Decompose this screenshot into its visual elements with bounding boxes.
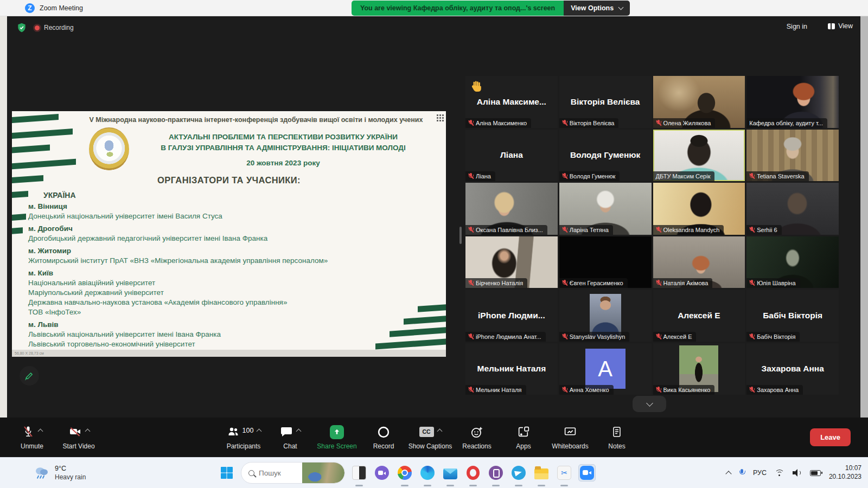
smiley-plus-icon — [470, 425, 484, 439]
search-icon — [248, 470, 254, 476]
participant-tile[interactable]: Oleksandra Mandych — [653, 183, 745, 235]
annotate-pencil-button[interactable] — [20, 366, 39, 386]
apps-button[interactable]: Apps — [500, 418, 547, 457]
reactions-button[interactable]: Reactions — [454, 418, 500, 457]
participant-tile[interactable]: A Анна Хоменко — [559, 343, 652, 395]
chevron-up-icon[interactable] — [296, 428, 302, 434]
participant-tile-active-speaker[interactable]: ДБТУ Максим Серік — [653, 130, 745, 182]
participant-name-tag: Вика Касьяненко — [653, 385, 715, 395]
record-button[interactable]: Record — [360, 418, 407, 457]
city-group: м. Київ Національний авіаційний універси… — [28, 268, 441, 317]
slide-scrollbar-thumb[interactable] — [459, 227, 462, 244]
participant-name-tag: Oleksandra Mandych — [653, 225, 724, 235]
start-button[interactable] — [218, 458, 235, 488]
recording-dot-icon — [35, 25, 40, 30]
participant-tile[interactable]: Володя Гуменюк Володя Гуменюк — [559, 130, 652, 182]
participants-button[interactable]: 100 Participants — [220, 418, 267, 457]
taskbar-clock[interactable]: 10:07 20.10.2023 — [829, 464, 861, 481]
mic-muted-icon — [468, 280, 474, 286]
participant-tile[interactable]: Олена Жилякова — [653, 76, 745, 128]
leave-button[interactable]: Leave — [810, 428, 851, 446]
mail-icon[interactable] — [442, 458, 459, 488]
participant-tile[interactable]: Кафедра обліку, аудиту т... — [746, 76, 839, 128]
windows-start-icon — [220, 466, 233, 479]
taskbar-center: ✂ — [218, 458, 596, 488]
snipping-tool-icon[interactable]: ✂ — [556, 458, 573, 488]
participant-tile[interactable]: Євген Герасименко — [559, 236, 652, 288]
mic-muted-icon — [656, 387, 661, 393]
organizers-list: м. Вінниця Донецький національний універ… — [28, 202, 441, 350]
battery-icon[interactable] — [810, 470, 821, 476]
viewing-banner: You are viewing Кафедра обліку, аудиту т… — [352, 1, 564, 16]
participant-tile[interactable]: Алексей Е Алексей Е — [653, 290, 745, 342]
scissors-icon: ✂ — [557, 466, 571, 480]
edge-icon[interactable] — [419, 458, 436, 488]
chevron-up-icon[interactable] — [38, 428, 43, 434]
chevron-up-icon[interactable] — [257, 428, 262, 434]
chevron-up-icon[interactable] — [85, 428, 90, 434]
view-options-button[interactable]: View Options — [564, 1, 630, 16]
search-input[interactable] — [259, 469, 298, 477]
tray-expand-chevron-icon[interactable] — [725, 471, 731, 477]
participant-name-tag: Бабіч Вікторія — [746, 332, 800, 342]
date: 20.10.2023 — [829, 473, 861, 481]
participant-tile[interactable]: Tetiana Staverska — [746, 130, 839, 182]
participant-tile[interactable]: Бабіч Вікторія Бабіч Вікторія — [746, 290, 839, 342]
running-indicator — [401, 485, 409, 486]
chevron-up-icon[interactable] — [437, 428, 442, 434]
participant-tile[interactable]: Захарова Анна Захарова Анна — [746, 343, 839, 395]
telegram-icon[interactable] — [510, 458, 527, 488]
participant-tile[interactable]: Оксана Павлівна Близ... — [465, 183, 558, 235]
share-screen-button[interactable]: Share Screen — [314, 418, 360, 457]
participant-tile[interactable]: Аліна Максиме... Аліна Максименко — [465, 76, 558, 128]
meeting-info-shield-icon[interactable] — [16, 22, 27, 35]
participant-tile[interactable]: Serhii 6 — [746, 183, 839, 235]
gallery-scroll-down-button[interactable] — [633, 396, 666, 412]
mic-muted-icon — [562, 173, 567, 179]
wifi-icon[interactable] — [775, 469, 784, 477]
participant-tile[interactable]: Ліана Ліана — [465, 130, 558, 182]
start-video-button[interactable]: Start Video — [55, 418, 102, 457]
participant-tile[interactable]: Юлія Шавріна — [746, 236, 839, 288]
unmute-button[interactable]: Unmute — [9, 418, 55, 457]
slide-stripe — [12, 159, 76, 169]
participant-tile[interactable]: Мельник Наталя Мельник Наталя — [465, 343, 558, 395]
running-indicator — [560, 485, 568, 486]
zoom-app-icon[interactable] — [578, 458, 596, 488]
participant-name-tag: ДБТУ Максим Серік — [653, 171, 715, 181]
tray-microphone-icon[interactable] — [739, 469, 745, 477]
mic-muted-icon — [749, 227, 755, 233]
view-button[interactable]: View — [828, 22, 853, 30]
chat-button[interactable]: Chat — [267, 418, 314, 457]
participant-name-tag: Кафедра обліку, аудиту т... — [746, 118, 827, 128]
viewing-banner-group: You are viewing Кафедра обліку, аудиту т… — [352, 1, 630, 16]
show-captions-button[interactable]: CC Show Captions — [407, 418, 454, 457]
participant-name-tag: Олена Жилякова — [653, 118, 716, 128]
file-explorer-icon[interactable] — [533, 458, 550, 488]
participant-tile[interactable]: Ларіна Тетяна — [559, 183, 652, 235]
sign-in-button[interactable]: Sign in — [787, 23, 807, 30]
opera-icon[interactable] — [464, 458, 482, 488]
participant-tile[interactable]: Наталія Акімова — [653, 236, 745, 288]
video-app-icon[interactable] — [373, 458, 391, 488]
taskbar-search[interactable] — [241, 462, 345, 484]
participant-tile[interactable]: Вика Касьяненко — [653, 343, 745, 395]
participant-tile[interactable]: Вікторія Велієва Вікторія Велієва — [559, 76, 652, 128]
country-heading: УКРАЇНА — [43, 191, 76, 200]
notes-button[interactable]: Notes — [593, 418, 640, 457]
desktop-app-icon[interactable] — [350, 458, 368, 488]
search-highlight-image — [302, 463, 344, 483]
participant-name-tag: Володя Гуменюк — [559, 171, 620, 181]
volume-icon[interactable] — [793, 469, 802, 477]
whiteboards-button[interactable]: Whiteboards — [547, 418, 593, 457]
language-indicator[interactable]: РУС — [753, 469, 767, 477]
participant-tile[interactable]: iPhone Людми... iPhone Людмила Анат... — [465, 290, 558, 342]
viber-logo-icon — [489, 466, 503, 480]
viber-icon[interactable] — [487, 458, 505, 488]
participant-tile[interactable]: Бірченко Наталія — [465, 236, 558, 288]
weather-widget[interactable]: 9°C Heavy rain — [34, 465, 86, 481]
participant-tile[interactable]: Stanyslav Vasylishyn — [559, 290, 652, 342]
chrome-icon[interactable] — [396, 458, 413, 488]
university-item: Житомирський інститут ПрАТ «ВНЗ «Міжрегі… — [28, 256, 441, 266]
participant-name-tag: iPhone Людмила Анат... — [465, 332, 546, 342]
